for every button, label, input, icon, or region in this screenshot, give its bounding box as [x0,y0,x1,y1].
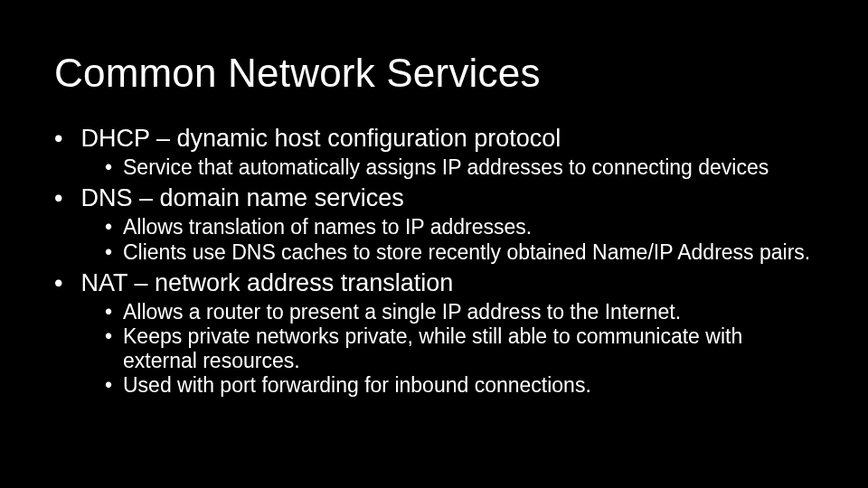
bullet-text: NAT – network address translation [81,269,454,296]
sub-list: Allows a router to present a single IP a… [74,300,814,398]
list-item: DHCP – dynamic host configuration protoc… [54,125,814,179]
list-item: NAT – network address translation Allows… [54,269,814,398]
slide: Common Network Services DHCP – dynamic h… [0,0,868,488]
list-item: Service that automatically assigns IP ad… [105,155,814,179]
list-item: Clients use DNS caches to store recently… [105,240,814,264]
list-item: Used with port forwarding for inbound co… [105,373,814,397]
list-item: DNS – domain name services Allows transl… [54,184,814,264]
list-item: Allows a router to present a single IP a… [105,300,814,324]
list-item: Allows translation of names to IP addres… [105,215,814,239]
slide-title: Common Network Services [54,51,814,96]
sub-list: Service that automatically assigns IP ad… [74,155,814,179]
list-item: Keeps private networks private, while st… [105,324,814,372]
bullet-text: DNS – domain name services [81,184,404,211]
sub-list: Allows translation of names to IP addres… [74,215,814,264]
bullet-list: DHCP – dynamic host configuration protoc… [54,125,814,398]
bullet-text: DHCP – dynamic host configuration protoc… [81,125,561,152]
